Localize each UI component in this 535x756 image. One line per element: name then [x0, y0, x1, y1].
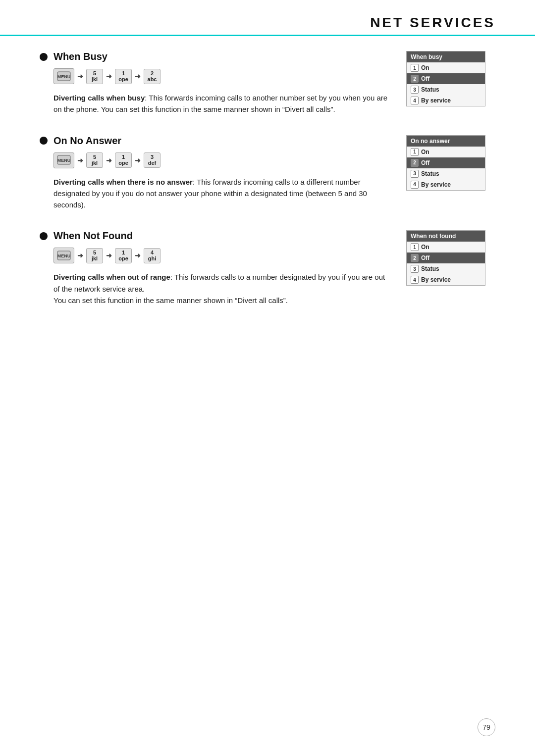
- svg-text:MENU: MENU: [57, 74, 71, 79]
- menu-icon-3: MENU: [57, 251, 71, 260]
- menu-box-when-busy: When busy 1 On 2 Off 3 Status 4 By servi…: [406, 51, 485, 106]
- body-when-busy: Diverting calls when busy: This forwards…: [54, 92, 391, 115]
- menu-title-on-no-answer: On no answer: [407, 136, 485, 147]
- body-bold-on-no-answer: Diverting calls when there is no answer: [54, 178, 193, 186]
- key-5-when-busy: 5 jkl: [86, 69, 103, 84]
- section-heading-on-no-answer: On No Answer: [40, 135, 391, 147]
- key-5-on-no-answer: 5 jkl: [86, 152, 103, 168]
- section-on-no-answer: On No Answer MENU ➜ 5 jkl ➜ 1 ope: [40, 135, 495, 211]
- key-1-when-not-found: 1 ope: [115, 248, 132, 263]
- menu-panel-when-not-found: When not found 1 On 2 Off 3 Status 4 By …: [406, 230, 495, 286]
- menu-item-byservice-when-busy: 4 By service: [407, 95, 485, 106]
- menu-item-on-when-busy: 1 On: [407, 62, 485, 73]
- svg-text:MENU: MENU: [57, 253, 71, 258]
- page-number: 79: [478, 718, 495, 736]
- menu-icon: MENU: [57, 71, 71, 81]
- arrow-3-when-not-found: ➜: [135, 252, 141, 259]
- bullet-on-no-answer: [40, 137, 48, 145]
- menu-item-status-when-not-found: 3 Status: [407, 263, 485, 274]
- body-on-no-answer: Diverting calls when there is no answer:…: [54, 176, 391, 211]
- section-when-not-found: When Not Found MENU ➜ 5 jkl ➜ 1 ope: [40, 230, 495, 306]
- key-1-when-busy: 1 ope: [115, 69, 132, 84]
- page-title: NET SERVICES: [370, 15, 495, 30]
- nav-row-on-no-answer: MENU ➜ 5 jkl ➜ 1 ope ➜ 3 def: [54, 152, 391, 168]
- menu-item-status-when-busy: 3 Status: [407, 84, 485, 95]
- body-bold-when-not-found: Diverting calls when out of range: [54, 273, 170, 281]
- menu-title-when-busy: When busy: [407, 51, 485, 62]
- bullet-when-busy: [40, 53, 48, 61]
- arrow-3-when-busy: ➜: [135, 72, 141, 80]
- main-content: When Busy MENU ➜ 5 jkl ➜ 1 op: [0, 51, 535, 306]
- section-left-when-busy: When Busy MENU ➜ 5 jkl ➜ 1 op: [40, 51, 406, 115]
- heading-when-not-found: When Not Found: [54, 230, 133, 242]
- menu-item-off-when-not-found: 2 Off: [407, 252, 485, 263]
- menu-item-status-on-no-answer: 3 Status: [407, 168, 485, 179]
- menu-key-on-no-answer: MENU: [54, 152, 74, 168]
- page-header: NET SERVICES: [0, 0, 535, 36]
- arrow-3-on-no-answer: ➜: [135, 156, 141, 164]
- arrow-2-when-busy: ➜: [106, 72, 112, 80]
- arrow-2-on-no-answer: ➜: [106, 156, 112, 164]
- key-2-when-busy: 2 abc: [144, 69, 160, 84]
- bullet-when-not-found: [40, 232, 48, 240]
- section-left-when-not-found: When Not Found MENU ➜ 5 jkl ➜ 1 ope: [40, 230, 406, 306]
- menu-item-on-when-not-found: 1 On: [407, 242, 485, 252]
- section-when-busy: When Busy MENU ➜ 5 jkl ➜ 1 op: [40, 51, 495, 115]
- menu-title-when-not-found: When not found: [407, 231, 485, 242]
- menu-item-off-when-busy: 2 Off: [407, 73, 485, 84]
- menu-panel-when-busy: When busy 1 On 2 Off 3 Status 4 By servi…: [406, 51, 495, 106]
- menu-key-when-not-found: MENU: [54, 248, 74, 263]
- key-1-on-no-answer: 1 ope: [115, 152, 132, 168]
- menu-item-byservice-on-no-answer: 4 By service: [407, 179, 485, 190]
- menu-box-on-no-answer: On no answer 1 On 2 Off 3 Status 4 By se…: [406, 135, 485, 191]
- section-heading-when-busy: When Busy: [40, 51, 391, 62]
- menu-item-off-on-no-answer: 2 Off: [407, 157, 485, 168]
- section-heading-when-not-found: When Not Found: [40, 230, 391, 242]
- nav-row-when-not-found: MENU ➜ 5 jkl ➜ 1 ope ➜ 4 ghi: [54, 248, 391, 263]
- menu-icon-2: MENU: [57, 155, 71, 165]
- body-when-not-found: Diverting calls when out of range: This …: [54, 271, 391, 306]
- key-5-when-not-found: 5 jkl: [86, 248, 103, 263]
- body-bold-when-busy: Diverting calls when busy: [54, 94, 145, 102]
- arrow-1-on-no-answer: ➜: [77, 156, 83, 164]
- nav-row-when-busy: MENU ➜ 5 jkl ➜ 1 ope ➜ 2 abc: [54, 68, 391, 84]
- menu-key-when-busy: MENU: [54, 68, 74, 84]
- menu-item-on-on-no-answer: 1 On: [407, 147, 485, 157]
- menu-item-byservice-when-not-found: 4 By service: [407, 274, 485, 285]
- arrow-1-when-not-found: ➜: [77, 252, 83, 259]
- arrow-2-when-not-found: ➜: [106, 252, 112, 259]
- heading-when-busy: When Busy: [54, 51, 107, 62]
- body-text2-when-not-found: You can set this function in the same ma…: [54, 296, 288, 304]
- key-3-on-no-answer: 3 def: [144, 152, 160, 168]
- menu-panel-on-no-answer: On no answer 1 On 2 Off 3 Status 4 By se…: [406, 135, 495, 191]
- svg-text:MENU: MENU: [57, 158, 71, 163]
- heading-on-no-answer: On No Answer: [54, 135, 121, 147]
- key-4-when-not-found: 4 ghi: [144, 248, 160, 263]
- section-left-on-no-answer: On No Answer MENU ➜ 5 jkl ➜ 1 ope: [40, 135, 406, 211]
- arrow-1-when-busy: ➜: [77, 72, 83, 80]
- menu-box-when-not-found: When not found 1 On 2 Off 3 Status 4 By …: [406, 230, 485, 286]
